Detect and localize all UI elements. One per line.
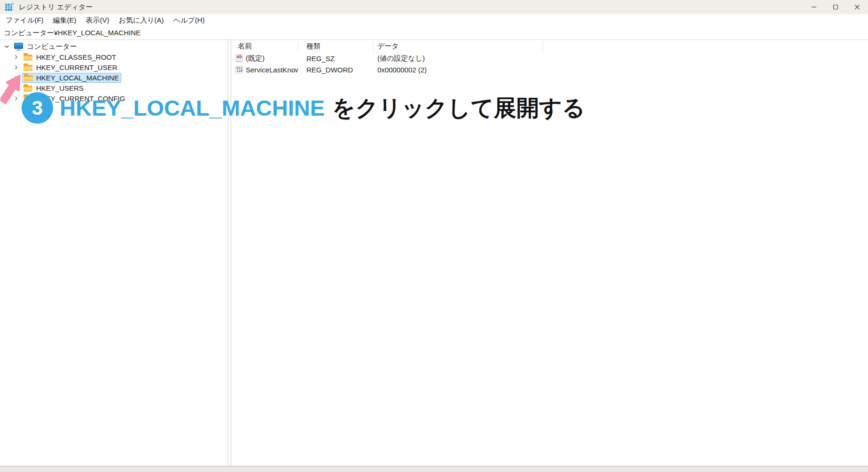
tree-item-hkey-local-machine[interactable]: HKEY_LOCAL_MACHINE bbox=[0, 72, 228, 83]
chevron-right-icon[interactable] bbox=[12, 74, 20, 82]
tree-label[interactable]: HKEY_CURRENT_CONFIG bbox=[36, 94, 125, 102]
menu-view[interactable]: 表示(V) bbox=[81, 15, 114, 26]
registry-editor-icon: ✦ bbox=[5, 3, 14, 12]
screen: ✦ レジストリ エディター bbox=[0, 0, 868, 472]
registry-editor-window: ✦ レジストリ エディター bbox=[0, 0, 868, 466]
column-separator[interactable] bbox=[297, 42, 298, 53]
value-row-default[interactable]: (既定) REG_SZ (値の設定なし) bbox=[231, 53, 868, 64]
maximize-button[interactable] bbox=[825, 0, 846, 14]
menu-help[interactable]: ヘルプ(H) bbox=[169, 15, 210, 26]
tree-item-hkey-current-config[interactable]: HKEY_CURRENT_CONFIG bbox=[0, 93, 228, 103]
tree-item-hkey-users[interactable]: HKEY_USERS bbox=[0, 83, 228, 93]
string-value-icon bbox=[235, 55, 243, 62]
tree-label[interactable]: HKEY_LOCAL_MACHINE bbox=[36, 74, 119, 82]
list-header: 名前 種類 データ bbox=[231, 40, 868, 53]
key-tree-pane: コンピューター HKEY_CLASSES_ROOT bbox=[0, 40, 228, 466]
address-path[interactable]: コンピューター¥HKEY_LOCAL_MACHINE bbox=[0, 29, 141, 38]
tree-item-computer[interactable]: コンピューター bbox=[0, 41, 228, 52]
value-name[interactable]: ServiceLastKnow... bbox=[246, 66, 298, 74]
pane-splitter[interactable] bbox=[228, 40, 231, 466]
chevron-right-icon[interactable] bbox=[12, 63, 20, 71]
minimize-icon bbox=[811, 4, 817, 10]
value-data: 0x00000002 (2) bbox=[374, 66, 868, 74]
tree-label[interactable]: HKEY_USERS bbox=[36, 84, 84, 92]
maximize-icon bbox=[833, 4, 838, 10]
folder-icon bbox=[23, 55, 32, 61]
menu-favorites[interactable]: お気に入り(A) bbox=[114, 15, 169, 26]
menu-file[interactable]: ファイル(F) bbox=[1, 15, 48, 26]
value-type: REG_DWORD bbox=[298, 66, 374, 74]
address-bar[interactable]: コンピューター¥HKEY_LOCAL_MACHINE bbox=[0, 27, 868, 40]
column-header-name[interactable]: 名前 bbox=[231, 42, 298, 51]
computer-icon bbox=[14, 43, 23, 51]
window-title: レジストリ エディター bbox=[19, 3, 93, 12]
tree-label[interactable]: HKEY_CLASSES_ROOT bbox=[36, 53, 116, 61]
column-header-type[interactable]: 種類 bbox=[298, 42, 374, 51]
chevron-right-icon[interactable] bbox=[12, 53, 20, 61]
selected-key-highlight[interactable]: HKEY_LOCAL_MACHINE bbox=[22, 73, 121, 83]
value-name[interactable]: (既定) bbox=[246, 54, 265, 63]
caption-controls bbox=[803, 0, 868, 14]
column-separator[interactable] bbox=[543, 42, 543, 53]
chevron-right-icon[interactable] bbox=[12, 84, 20, 92]
dword-value-icon bbox=[235, 66, 243, 73]
desktop-sliver bbox=[0, 467, 868, 472]
minimize-button[interactable] bbox=[803, 0, 825, 14]
chevron-right-icon[interactable] bbox=[12, 94, 20, 102]
folder-icon bbox=[24, 75, 33, 81]
menu-bar: ファイル(F) 編集(E) 表示(V) お気に入り(A) ヘルプ(H) bbox=[0, 14, 868, 27]
tree-label[interactable]: コンピューター bbox=[27, 42, 77, 51]
menu-edit[interactable]: 編集(E) bbox=[48, 15, 81, 26]
folder-icon bbox=[23, 96, 32, 102]
main-content: コンピューター HKEY_CLASSES_ROOT bbox=[0, 40, 868, 466]
value-list-pane: 名前 種類 データ (既定) REG_SZ (値の設定なし) bbox=[231, 40, 868, 466]
close-button[interactable] bbox=[846, 0, 868, 14]
value-type: REG_SZ bbox=[298, 55, 374, 63]
column-header-data[interactable]: データ bbox=[374, 42, 868, 51]
folder-icon bbox=[23, 65, 32, 71]
title-bar: ✦ レジストリ エディター bbox=[0, 0, 868, 14]
chevron-down-icon[interactable] bbox=[3, 43, 11, 51]
folder-icon bbox=[23, 86, 32, 92]
value-data: (値の設定なし) bbox=[374, 54, 868, 63]
tree-item-hkey-current-user[interactable]: HKEY_CURRENT_USER bbox=[0, 62, 228, 72]
column-separator[interactable] bbox=[373, 42, 374, 53]
close-icon bbox=[854, 4, 860, 10]
tree-label[interactable]: HKEY_CURRENT_USER bbox=[36, 63, 117, 71]
tree-item-hkey-classes-root[interactable]: HKEY_CLASSES_ROOT bbox=[0, 52, 228, 62]
value-row-servicelastknown[interactable]: ServiceLastKnow... REG_DWORD 0x00000002 … bbox=[231, 64, 868, 75]
